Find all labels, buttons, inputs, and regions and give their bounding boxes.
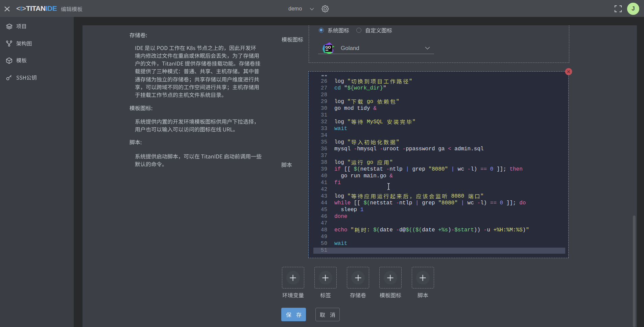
svg-text:GO: GO <box>326 45 331 49</box>
